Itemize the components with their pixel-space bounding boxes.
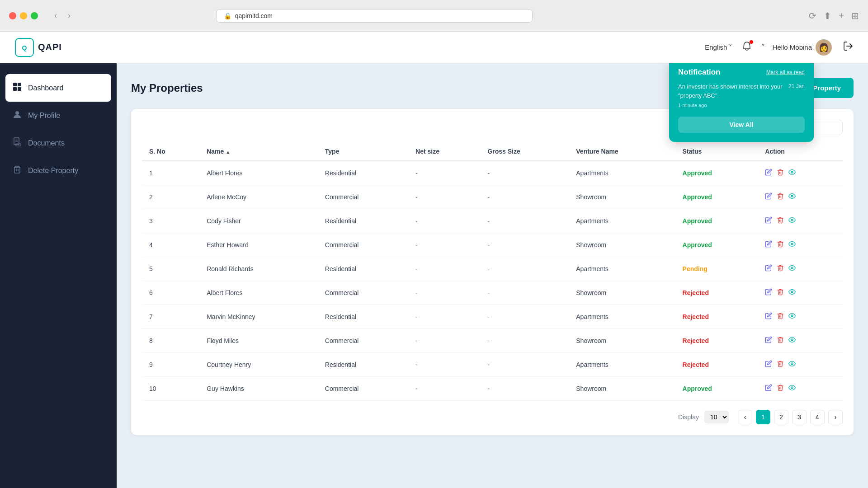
edit-button[interactable] (765, 169, 772, 178)
cell-action (758, 353, 843, 377)
notification-message: An investor has shown interest into your… (678, 82, 788, 100)
cell-action (758, 233, 843, 257)
status-badge: Pending (683, 265, 708, 272)
edit-button[interactable] (765, 240, 772, 249)
view-button[interactable] (788, 216, 796, 225)
action-buttons (765, 216, 835, 225)
cell-venture: Showroom (569, 281, 675, 305)
cell-action (758, 209, 843, 233)
delete-button[interactable] (777, 360, 784, 369)
cell-sno: 5 (142, 257, 199, 281)
logout-button[interactable] (843, 41, 854, 54)
delete-button[interactable] (777, 264, 784, 273)
refresh-icon[interactable]: ⟳ (809, 10, 816, 21)
view-button[interactable] (788, 384, 796, 393)
view-button[interactable] (788, 264, 796, 273)
per-page-select[interactable]: 10 25 50 (704, 411, 729, 423)
browser-chrome: ‹ › 🔒 qapimltd.com ⟳ ⬆ + ⊞ (0, 0, 868, 32)
svg-rect-2 (13, 83, 17, 86)
cell-type: Commercial (318, 377, 408, 401)
cell-sno: 7 (142, 305, 199, 329)
view-button[interactable] (788, 169, 796, 178)
cell-status: Rejected (675, 281, 758, 305)
page-button-3[interactable]: 3 (792, 410, 807, 424)
properties-table: S. No Name ▲ Type Net size Gross Size Ve… (142, 142, 843, 401)
delete-button[interactable] (777, 216, 784, 225)
cell-name: Albert Flores (199, 161, 318, 185)
notification-header: Notification Mark all as read (678, 68, 805, 77)
view-button[interactable] (788, 312, 796, 321)
delete-button[interactable] (777, 240, 784, 249)
cell-venture: Apartments (569, 305, 675, 329)
cell-action (758, 161, 843, 185)
col-action: Action (758, 142, 843, 161)
edit-button[interactable] (765, 336, 772, 345)
language-selector[interactable]: English ˅ (705, 43, 732, 52)
svg-point-13 (791, 171, 793, 173)
delete-button[interactable] (777, 288, 784, 297)
edit-button[interactable] (765, 192, 772, 202)
edit-button[interactable] (765, 312, 772, 321)
view-button[interactable] (788, 336, 796, 345)
edit-button[interactable] (765, 384, 772, 393)
app-wrapper: Q QAPI English ˅ ˅ Hello Mobina 👩 (0, 32, 868, 488)
table-row: 7 Marvin McKinney Residential - - Apartm… (142, 305, 843, 329)
view-button[interactable] (788, 288, 796, 297)
status-badge: Approved (683, 217, 712, 225)
delete-button[interactable] (777, 384, 784, 393)
logo: Q QAPI (14, 38, 62, 57)
page-button-4[interactable]: 4 (810, 410, 825, 424)
cell-sno: 2 (142, 185, 199, 209)
notifications-bell-button[interactable] (740, 39, 754, 55)
page-button-1[interactable]: 1 (756, 410, 770, 424)
cell-type: Commercial (318, 281, 408, 305)
cell-venture: Showroom (569, 377, 675, 401)
share-icon[interactable]: ⬆ (824, 10, 831, 21)
new-tab-icon[interactable]: + (839, 10, 844, 21)
svg-rect-3 (18, 83, 21, 86)
delete-button[interactable] (777, 169, 784, 178)
address-bar[interactable]: 🔒 qapimltd.com (216, 9, 533, 23)
status-badge: Rejected (683, 313, 709, 320)
hello-text: Hello Mobina (772, 43, 812, 51)
prev-page-button[interactable]: ‹ (738, 410, 752, 424)
mark-all-read-button[interactable]: Mark all as read (766, 69, 805, 75)
browser-nav: ‹ › (51, 9, 74, 22)
cell-netsize: - (408, 329, 480, 353)
edit-button[interactable] (765, 216, 772, 225)
delete-button[interactable] (777, 312, 784, 321)
cell-name: Ronald Richards (199, 257, 318, 281)
next-page-button[interactable]: › (828, 410, 843, 424)
cell-sno: 3 (142, 209, 199, 233)
sidebar-item-documents[interactable]: Documents (0, 129, 117, 157)
view-button[interactable] (788, 360, 796, 369)
view-all-notifications-button[interactable]: View All (678, 117, 805, 133)
back-button[interactable]: ‹ (51, 9, 61, 22)
svg-point-20 (791, 339, 793, 341)
cell-status: Pending (675, 257, 758, 281)
delete-button[interactable] (777, 336, 784, 345)
view-button[interactable] (788, 192, 796, 202)
sidebar-item-delete[interactable]: Delete Property (0, 157, 117, 184)
cell-sno: 4 (142, 233, 199, 257)
sidebar-item-profile[interactable]: My Profile (0, 102, 117, 129)
edit-button[interactable] (765, 360, 772, 369)
fullscreen-button[interactable] (31, 12, 38, 19)
page-title: My Properties (131, 82, 203, 94)
cell-venture: Apartments (569, 353, 675, 377)
notification-time: 1 minute ago (678, 102, 805, 109)
grid-icon[interactable]: ⊞ (851, 10, 859, 21)
delete-button[interactable] (777, 192, 784, 202)
table-row: 2 Arlene McCoy Commercial - - Showroom A… (142, 185, 843, 209)
edit-button[interactable] (765, 288, 772, 297)
forward-button[interactable]: › (64, 9, 74, 22)
sidebar-item-dashboard[interactable]: Dashboard (5, 74, 111, 102)
col-name[interactable]: Name ▲ (199, 142, 318, 161)
cell-status: Rejected (675, 353, 758, 377)
edit-button[interactable] (765, 264, 772, 273)
page-button-2[interactable]: 2 (774, 410, 788, 424)
close-button[interactable] (9, 12, 16, 19)
cell-sno: 1 (142, 161, 199, 185)
view-button[interactable] (788, 240, 796, 249)
minimize-button[interactable] (20, 12, 27, 19)
